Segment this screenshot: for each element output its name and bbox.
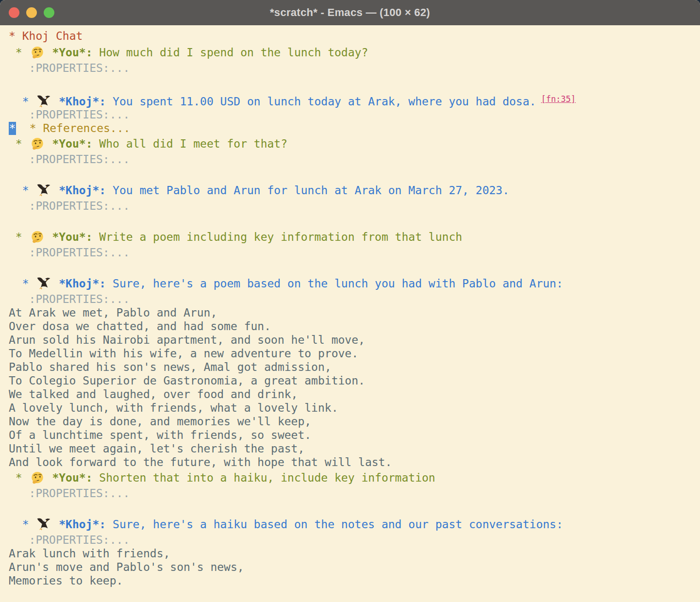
message-body-line[interactable]: To Colegio Superior de Gastronomia, a gr… [9,374,695,387]
message-text: Shorten that into a haiku, include key i… [93,471,435,484]
body-text: Of a lunchtime spent, with friends, so s… [9,429,311,441]
khoj-message-heading[interactable]: * *Khoj*: You met Pablo and Arun for lun… [9,182,695,199]
khoj-message-heading[interactable]: * *Khoj*: You spent 11.00 USD on lunch t… [9,90,695,108]
org-heading-star: * [22,184,36,197]
zoom-button[interactable] [44,7,54,18]
thinking-face-icon [30,45,45,60]
drawer-folded-text[interactable]: :PROPERTIES:... [29,153,130,166]
message-text: Sure, here's a poem based on the lunch y… [106,277,563,290]
org-heading-star: * [16,46,29,59]
emacs-window: *scratch* - Emacs — (100 × 62) * Khoj Ch… [0,0,700,602]
drawer-folded-text[interactable]: :PROPERTIES:... [29,293,130,305]
body-text: We talked and laughed, over food and dri… [9,388,298,401]
org-heading-star: * [22,95,36,108]
drawer-folded-text[interactable]: :PROPERTIES:... [29,534,130,546]
org-heading-star: * [16,231,29,243]
message-body-line[interactable]: To Medellin with his wife, a new adventu… [9,347,695,360]
blank-line [9,259,695,275]
window-title: *scratch* - Emacs — (100 × 62) [0,6,700,19]
body-text: Now the day is done, and memories we'll … [9,415,311,428]
blank-line [9,75,695,90]
org-heading-star: * [22,518,36,531]
emacs-buffer[interactable]: * Khoj Chat* *You*: How much did I spend… [0,25,700,602]
body-text: Memories to keep. [9,574,123,587]
message-body-line[interactable]: Arak lunch with friends, [9,547,695,560]
properties-drawer-folded[interactable]: :PROPERTIES:... [9,199,695,213]
properties-drawer-folded[interactable]: :PROPERTIES:... [9,152,695,166]
message-body-line[interactable]: Of a lunchtime spent, with friends, so s… [9,428,695,442]
blank-line [9,500,695,516]
message-body-line[interactable]: Pablo shared his son's news, Amal got ad… [9,360,695,374]
drawer-folded-text[interactable]: :PROPERTIES:... [29,246,130,259]
blank-line [9,213,695,228]
drawer-folded-text[interactable]: :PROPERTIES:... [29,108,130,121]
message-body-line[interactable]: Arun's move and Pablo's son's news, [9,560,695,574]
references-heading-folded[interactable]: * * References... [9,121,695,135]
khoj-speaker-label: *Khoj*: [59,95,106,108]
properties-drawer-folded[interactable]: :PROPERTIES:... [9,292,695,306]
khoj-message-heading[interactable]: * *Khoj*: Sure, here's a haiku based on … [9,516,695,533]
message-text: You spent 11.00 USD on lunch today at Ar… [106,95,536,108]
org-heading-star: * [16,471,29,484]
message-body-line[interactable]: Arun sold his Nairobi apartment, and soo… [9,333,695,347]
khoj-speaker-label: *Khoj*: [59,277,106,290]
traffic-lights [9,0,54,25]
message-body-line[interactable]: Memories to keep. [9,574,695,587]
eagle-icon [36,94,51,109]
message-body-line[interactable]: Over dosa we chatted, and had some fun. [9,319,695,333]
properties-drawer-folded[interactable]: :PROPERTIES:... [9,533,695,547]
body-text: Arun sold his Nairobi apartment, and soo… [9,334,365,346]
titlebar[interactable]: *scratch* - Emacs — (100 × 62) [0,0,700,25]
drawer-folded-text[interactable]: :PROPERTIES:... [29,200,130,212]
message-body-line[interactable]: Until we meet again, let's cherish the p… [9,442,695,455]
close-button[interactable] [9,7,19,18]
org-heading-star: * [9,30,22,42]
footnote-link[interactable]: [fn:35] [541,94,576,104]
thinking-face-icon [30,470,45,485]
org-heading-star: * [16,137,29,150]
body-text: Pablo shared his son's news, Amal got ad… [9,361,332,373]
properties-drawer-folded[interactable]: :PROPERTIES:... [9,108,695,121]
properties-drawer-folded[interactable]: :PROPERTIES:... [9,61,695,75]
chat-title-heading[interactable]: * Khoj Chat [9,28,695,44]
drawer-folded-text[interactable]: :PROPERTIES:... [29,62,130,74]
body-text: To Medellin with his wife, a new adventu… [9,347,358,360]
blank-line [9,166,695,182]
you-speaker-label: *You*: [52,46,92,59]
message-text: You met Pablo and Arun for lunch at Arak… [106,184,509,197]
body-text: Arak lunch with friends, [9,547,170,560]
body-text: At Arak we met, Pablo and Arun, [9,306,217,319]
you-message-heading[interactable]: * *You*: Who all did I meet for that? [9,135,695,152]
drawer-folded-text[interactable]: :PROPERTIES:... [29,487,130,500]
references-folded-text[interactable]: * References... [30,122,131,134]
body-text: Over dosa we chatted, and had some fun. [9,320,271,333]
properties-drawer-folded[interactable]: :PROPERTIES:... [9,246,695,259]
khoj-speaker-label: *Khoj*: [59,518,106,531]
you-speaker-label: *You*: [52,137,92,150]
thinking-face-icon [30,230,45,244]
org-heading-star: * [22,277,36,290]
message-text: Write a poem including key information f… [93,231,463,243]
message-body-line[interactable]: A lovely lunch, with friends, what a lov… [9,401,695,415]
message-body-line[interactable]: At Arak we met, Pablo and Arun, [9,306,695,319]
you-speaker-label: *You*: [52,231,92,243]
message-body-line[interactable]: Now the day is done, and memories we'll … [9,415,695,428]
text-cursor: * [9,122,16,135]
message-text: How much did I spend on the lunch today? [93,46,368,59]
you-message-heading[interactable]: * *You*: Shorten that into a haiku, incl… [9,469,695,486]
you-message-heading[interactable]: * *You*: How much did I spend on the lun… [9,44,695,61]
eagle-icon [36,517,51,532]
body-text: And look forward to the future, with hop… [9,456,392,468]
message-body-line[interactable]: And look forward to the future, with hop… [9,455,695,469]
khoj-message-heading[interactable]: * *Khoj*: Sure, here's a poem based on t… [9,275,695,292]
you-speaker-label: *You*: [52,471,92,484]
body-text: Arun's move and Pablo's son's news, [9,561,244,573]
khoj-speaker-label: *Khoj*: [59,184,106,197]
minimize-button[interactable] [26,7,37,18]
you-message-heading[interactable]: * *You*: Write a poem including key info… [9,228,695,246]
body-text: Until we meet again, let's cherish the p… [9,442,304,455]
properties-drawer-folded[interactable]: :PROPERTIES:... [9,486,695,500]
message-body-line[interactable]: We talked and laughed, over food and dri… [9,387,695,401]
message-text: Who all did I meet for that? [93,137,288,150]
body-text: To Colegio Superior de Gastronomia, a gr… [9,374,365,387]
